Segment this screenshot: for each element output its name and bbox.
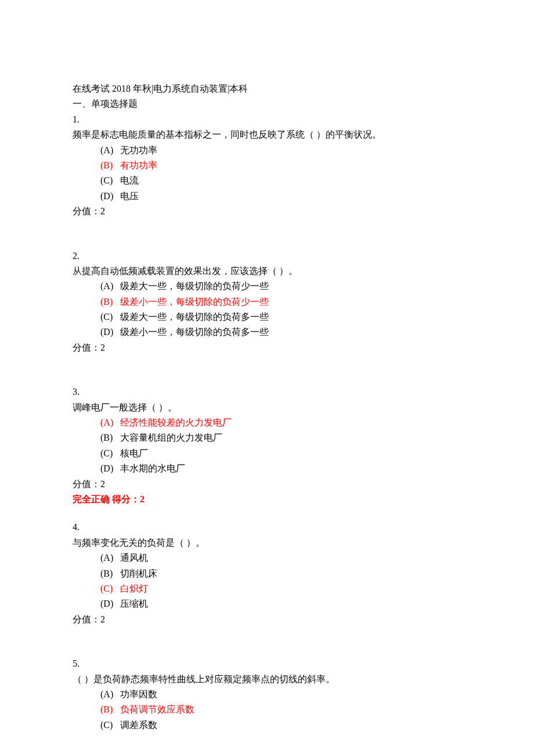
question-number: 4. xyxy=(73,520,461,535)
option-row[interactable]: (C) 核电厂 xyxy=(73,446,461,461)
question-number: 5. xyxy=(73,656,461,671)
option-row[interactable]: (D) 丰水期的水电厂 xyxy=(73,461,461,476)
option-text: 切削机床 xyxy=(118,568,157,578)
option-row[interactable]: (B) 级差小一些，每级切除的负荷少一些 xyxy=(73,294,461,309)
question-block: 4.与频率变化无关的负荷是（ ）。(A) 通风机(B) 切削机床(C) 白炽灯(… xyxy=(73,520,461,627)
question-number: 1. xyxy=(73,112,461,127)
option-row[interactable]: (A) 级差大一些，每级切除的负荷少一些 xyxy=(73,279,461,294)
option-text: 经济性能较差的火力发电厂 xyxy=(118,417,232,427)
option-text: 丰水期的水电厂 xyxy=(118,463,185,473)
score-label: 分值：2 xyxy=(73,340,461,355)
option-label: (A) xyxy=(100,279,118,294)
option-label: (B) xyxy=(100,566,118,581)
question-block: 3.调峰电厂一般选择（ ）。(A) 经济性能较差的火力发电厂(B) 大容量机组的… xyxy=(73,384,461,507)
score-label: 分值：2 xyxy=(73,477,461,492)
option-row[interactable]: (D) 级差小一些，每级切除的负荷多一些 xyxy=(73,325,461,340)
option-label: (C) xyxy=(100,309,118,325)
option-label: (D) xyxy=(100,461,118,476)
option-row[interactable]: (B) 切削机床 xyxy=(73,566,461,581)
section-title: 一、单项选择题 xyxy=(73,96,461,111)
option-text: 压缩机 xyxy=(118,599,148,609)
option-label: (C) xyxy=(100,446,118,461)
question-stem: 调峰电厂一般选择（ ）。 xyxy=(73,400,461,415)
score-label: 分值：2 xyxy=(73,204,461,219)
question-stem: （ ）是负荷静态频率特性曲线上对应额定频率点的切线的斜率。 xyxy=(73,672,461,687)
option-text: 白炽灯 xyxy=(118,584,148,593)
question-block: 5.（ ）是负荷静态频率特性曲线上对应额定频率点的切线的斜率。(A) 功率因数(… xyxy=(73,656,461,733)
question-block: 2.从提高自动低频减载装置的效果出发，应该选择（ ）。(A) 级差大一些，每级切… xyxy=(73,249,461,356)
option-label: (D) xyxy=(100,325,118,340)
option-label: (A) xyxy=(100,687,118,702)
option-label: (A) xyxy=(100,550,118,566)
option-row[interactable]: (A) 无功功率 xyxy=(73,143,461,158)
option-row[interactable]: (B) 有功功率 xyxy=(73,158,461,173)
question-number: 2. xyxy=(73,249,461,264)
option-text: 有功功率 xyxy=(118,160,157,170)
option-text: 调差系数 xyxy=(118,720,157,730)
option-text: 核电厂 xyxy=(118,448,148,458)
option-row[interactable]: (B) 大容量机组的火力发电厂 xyxy=(73,430,461,445)
option-text: 功率因数 xyxy=(118,689,157,699)
score-label: 分值：2 xyxy=(73,612,461,627)
option-label: (C) xyxy=(100,718,118,733)
question-block: 1.频率是标志电能质量的基本指标之一，同时也反映了系统（ ）的平衡状况。(A) … xyxy=(73,112,461,219)
option-text: 级差大一些，每级切除的负荷多一些 xyxy=(118,312,269,322)
option-row[interactable]: (A) 通风机 xyxy=(73,550,461,566)
option-row[interactable]: (D) 电压 xyxy=(73,189,461,204)
option-label: (B) xyxy=(100,702,118,717)
exam-header-title: 在线考试 2018 年秋|电力系统自动装置|本科 xyxy=(73,81,461,96)
question-stem: 从提高自动低频减载装置的效果出发，应该选择（ ）。 xyxy=(73,264,461,279)
option-label: (D) xyxy=(100,189,118,204)
option-row[interactable]: (B) 负荷调节效应系数 xyxy=(73,702,461,717)
option-text: 级差小一些，每级切除的负荷多一些 xyxy=(118,327,269,337)
option-text: 级差大一些，每级切除的负荷少一些 xyxy=(118,281,269,291)
option-label: (A) xyxy=(100,143,118,158)
option-row[interactable]: (C) 级差大一些，每级切除的负荷多一些 xyxy=(73,309,461,325)
option-text: 通风机 xyxy=(118,553,148,563)
option-row[interactable]: (C) 电流 xyxy=(73,173,461,188)
option-text: 级差小一些，每级切除的负荷少一些 xyxy=(118,297,269,307)
option-label: (C) xyxy=(100,581,118,596)
option-row[interactable]: (A) 经济性能较差的火力发电厂 xyxy=(73,415,461,430)
question-number: 3. xyxy=(73,384,461,399)
question-stem: 与频率变化无关的负荷是（ ）。 xyxy=(73,535,461,550)
option-row[interactable]: (C) 调差系数 xyxy=(73,718,461,733)
option-text: 电压 xyxy=(118,191,139,201)
option-row[interactable]: (A) 功率因数 xyxy=(73,687,461,702)
option-label: (D) xyxy=(100,596,118,611)
option-row[interactable]: (D) 压缩机 xyxy=(73,596,461,611)
option-row[interactable]: (C) 白炽灯 xyxy=(73,581,461,596)
option-text: 电流 xyxy=(118,175,139,185)
option-label: (B) xyxy=(100,294,118,309)
option-text: 负荷调节效应系数 xyxy=(118,704,194,714)
option-label: (B) xyxy=(100,430,118,445)
question-stem: 频率是标志电能质量的基本指标之一，同时也反映了系统（ ）的平衡状况。 xyxy=(73,127,461,142)
option-text: 无功功率 xyxy=(118,145,157,155)
result-label: 完全正确 得分：2 xyxy=(73,492,461,507)
option-label: (A) xyxy=(100,415,118,430)
option-text: 大容量机组的火力发电厂 xyxy=(118,433,222,442)
option-label: (C) xyxy=(100,173,118,188)
option-label: (B) xyxy=(100,158,118,173)
